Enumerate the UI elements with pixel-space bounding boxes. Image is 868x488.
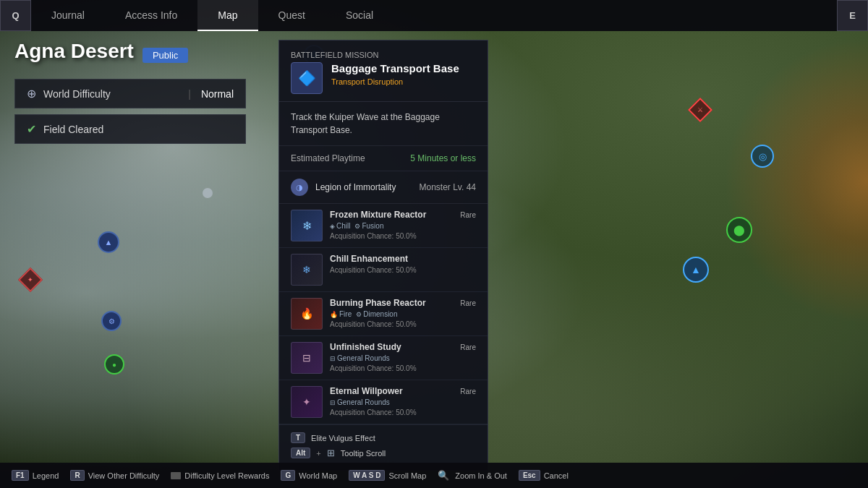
dimension-icon: ⚙ (356, 311, 362, 318)
check-icon: ✔ (27, 122, 36, 136)
reward-item-frozen-reactor[interactable]: ❄ Frozen Mixture Reactor Rare ◈ Chill ⚙ … (279, 204, 488, 248)
reward-name-1: Frozen Mixture Reactor (330, 210, 426, 220)
zoom-icon: 🔍 (438, 470, 449, 481)
location-title: Agna Desert (14, 40, 134, 63)
mission-panel[interactable]: Battlefield Mission 🔷 Baggage Transport … (278, 40, 488, 471)
bottom-action-worldmap: G World Map (281, 470, 337, 481)
map-icon-circle-blue2[interactable]: ⚙ (101, 311, 122, 331)
reward-name-5: Eternal Willpower (330, 386, 403, 396)
top-navigation: Q Journal Access Info Map Quest Social E (0, 0, 868, 31)
plus-sign: + (316, 449, 320, 458)
playtime-value: 5 Minutes or less (410, 153, 476, 163)
field-cleared-label: Field Cleared (43, 124, 103, 135)
rounds-icon-5: ⊟ (330, 399, 336, 406)
scroll-label: Scroll Map (388, 471, 426, 480)
world-difficulty-label: World Difficulty (43, 88, 178, 100)
fusion-icon: ⚙ (354, 223, 360, 230)
map-icon-blue-loc[interactable]: ▲ (98, 231, 119, 253)
mission-type: Battlefield Mission (291, 51, 476, 59)
mission-title-text: Baggage Transport Base Transport Disrupt… (331, 62, 459, 86)
worldmap-label: World Map (299, 471, 337, 480)
difficulty-label: View Other Difficulty (88, 471, 160, 480)
reward-tag-chill: ◈ Chill (330, 222, 350, 230)
reward-info-5: Eternal Willpower Rare ⊟ General Rounds … (330, 386, 476, 416)
tab-access-info[interactable]: Access Info (105, 0, 197, 31)
bottom-action-rewards: Difficulty Level Rewards (171, 471, 269, 480)
mission-description: Track the Kuiper Wave at the Baggage Tra… (279, 102, 488, 146)
mission-icon: 🔷 (291, 62, 323, 94)
reward-item-chill-enhancement[interactable]: ❄ Chill Enhancement Acquisition Chance: … (279, 248, 488, 292)
reward-thumb-3: 🔥 (291, 298, 323, 330)
map-icon-small-marker[interactable] (203, 188, 213, 198)
bottom-action-difficulty: R View Other Difficulty (70, 470, 159, 481)
nav-spacer (393, 0, 837, 31)
mission-icon-symbol: 🔷 (298, 69, 316, 87)
legion-name: Legion of Immortality (315, 182, 412, 192)
chill-icon: ◈ (330, 223, 335, 230)
playtime-row: Estimated Playtime 5 Minutes or less (279, 146, 488, 171)
reward-tag-fusion: ⚙ Fusion (354, 222, 383, 230)
key-r: R (70, 470, 84, 481)
reward-thumb-5: ✦ (291, 386, 323, 418)
reward-name-2: Chill Enhancement (330, 254, 408, 264)
bottom-action-cancel: Esc Cancel (519, 470, 569, 481)
reward-chance-1: Acquisition Chance: 50.0% (330, 232, 476, 240)
reward-item-unfinished-study[interactable]: ⊟ Unfinished Study Rare ⊟ General Rounds… (279, 336, 488, 380)
reward-info-2: Chill Enhancement Acquisition Chance: 50… (330, 254, 476, 274)
legion-icon: ◑ (291, 179, 308, 196)
playtime-label: Estimated Playtime (291, 153, 365, 163)
nav-key-right[interactable]: E (837, 0, 868, 31)
reward-item-eternal-willpower[interactable]: ✦ Eternal Willpower Rare ⊟ General Round… (279, 380, 488, 424)
left-panel: Agna Desert Public ⊕ World Difficulty | … (14, 40, 246, 144)
world-difficulty-row[interactable]: ⊕ World Difficulty | Normal (14, 79, 246, 108)
rewards-label: Difficulty Level Rewards (184, 471, 269, 480)
tab-journal[interactable]: Journal (31, 0, 105, 31)
tab-social[interactable]: Social (326, 0, 393, 31)
reward-tag-fire: 🔥 Fire (330, 310, 352, 318)
nav-key-left[interactable]: Q (0, 0, 31, 31)
mission-subtitle: Transport Disruption (331, 77, 459, 86)
world-icon: ⊕ (27, 87, 36, 100)
reward-name-row-4: Unfinished Study Rare (330, 342, 476, 352)
field-cleared-row: ✔ Field Cleared (14, 114, 246, 144)
reward-name-row-3: Burning Phase Reactor Rare (330, 298, 476, 308)
reward-chance-4: Acquisition Chance: 50.0% (330, 364, 476, 372)
reward-rarity-4: Rare (460, 343, 476, 351)
reward-rarity-3: Rare (460, 299, 476, 307)
reward-thumb-1: ❄ (291, 210, 323, 241)
elite-effect-label: Elite Vulgus Effect (311, 434, 375, 442)
key-g: G (281, 470, 295, 481)
reward-chance-5: Acquisition Chance: 50.0% (330, 408, 476, 416)
reward-tag-general-rounds-4: ⊟ General Rounds (330, 354, 390, 362)
legend-label: Legend (33, 471, 59, 480)
mission-header: Battlefield Mission 🔷 Baggage Transport … (279, 40, 488, 102)
reward-thumb-2: ❄ (291, 254, 323, 286)
bottom-action-legend: F1 Legend (12, 470, 59, 481)
tab-map[interactable]: Map (197, 0, 258, 31)
key-wasd: W A S D (349, 470, 385, 481)
map-icon-nav-arrow[interactable]: ▲ (683, 257, 709, 283)
world-difficulty-value: Normal (201, 88, 234, 100)
difficulty-box-icon (171, 472, 181, 479)
reward-name-4: Unfinished Study (330, 342, 401, 352)
tab-quest[interactable]: Quest (258, 0, 326, 31)
key-t: T (291, 432, 305, 443)
reward-thumb-4: ⊟ (291, 342, 323, 374)
reward-tags-4: ⊟ General Rounds (330, 354, 476, 362)
reward-item-burning-reactor[interactable]: 🔥 Burning Phase Reactor Rare 🔥 Fire ⚙ Di… (279, 292, 488, 336)
bottom-action-scroll: W A S D Scroll Map (349, 470, 426, 481)
reward-tags-3: 🔥 Fire ⚙ Dimension (330, 310, 476, 318)
map-icon-green-circle[interactable]: ⬤ (726, 217, 752, 243)
zoom-label: Zoom In & Out (455, 471, 507, 480)
cancel-label: Cancel (544, 471, 569, 480)
bottom-bar: F1 Legend R View Other Difficulty Diffic… (0, 463, 868, 488)
reward-info-4: Unfinished Study Rare ⊟ General Rounds A… (330, 342, 476, 372)
map-icon-red-diamond[interactable]: ✦ (22, 271, 39, 288)
map-icon-combat[interactable]: ⚔ (692, 101, 709, 119)
map-icon-explore[interactable]: ◎ (751, 145, 774, 168)
tooltip-scroll-label: Tooltip Scroll (341, 449, 386, 458)
reward-name-row-5: Eternal Willpower Rare (330, 386, 476, 396)
mission-title: Baggage Transport Base (331, 62, 459, 75)
reward-chance-3: Acquisition Chance: 50.0% (330, 320, 476, 328)
map-icon-green2[interactable]: ● (104, 354, 124, 374)
